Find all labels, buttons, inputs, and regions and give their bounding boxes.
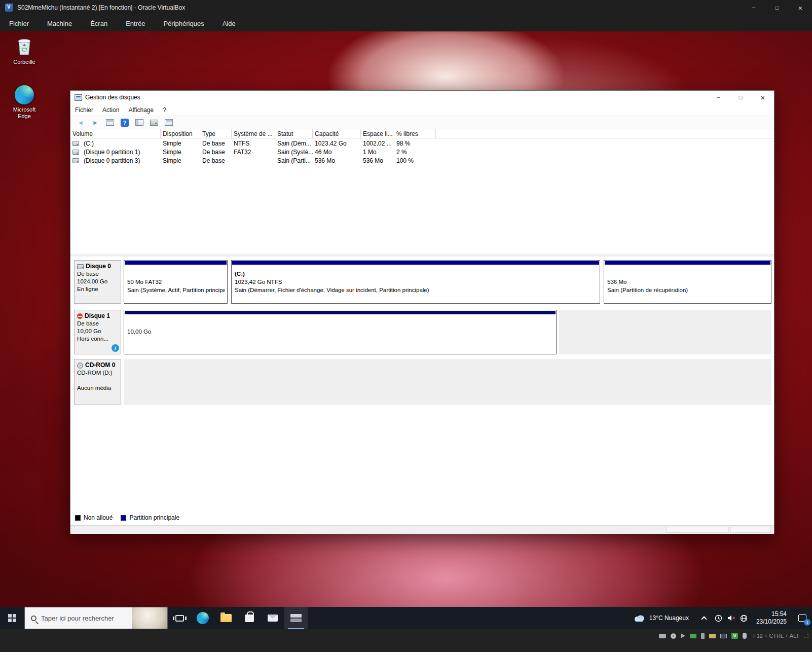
- primary-partition-stripe: [232, 261, 599, 265]
- show-console-tree-button[interactable]: [106, 119, 114, 126]
- partition-status-label: Sain (Système, Actif, Partition principa: [127, 287, 225, 293]
- help-button[interactable]: [121, 119, 129, 127]
- usb-status-icon[interactable]: [701, 633, 705, 639]
- disk1-kind: De base: [77, 320, 118, 328]
- tray-date: 23/10/2025: [756, 618, 787, 626]
- disk-management-window: Gestion des disques Fichier Action Affic…: [70, 90, 774, 533]
- taskbar-mail-button[interactable]: [261, 607, 284, 629]
- legend-swatch-unallocated: [75, 515, 81, 521]
- taskbar-edge-button[interactable]: [191, 607, 214, 629]
- cloud-icon: [633, 614, 645, 622]
- task-view-button[interactable]: [168, 607, 191, 629]
- dm-menu-aide[interactable]: ?: [158, 104, 171, 116]
- taskbar-apps: [168, 607, 308, 629]
- disk1-name: Disque 1: [85, 312, 110, 320]
- taskbar-explorer-button[interactable]: [214, 607, 238, 629]
- cdrom-row: CD-ROM 0 CD-ROM (D:) Aucun média: [74, 358, 771, 406]
- column-header-statut[interactable]: Statut: [275, 129, 313, 138]
- vbox-menu-ecran[interactable]: Écran: [81, 15, 117, 31]
- vbox-minimize-button[interactable]: [742, 0, 765, 15]
- clock-widget[interactable]: 15:54 23/10/2025: [750, 610, 793, 626]
- vbox-menu-machine[interactable]: Machine: [38, 15, 81, 31]
- dm-menu-action[interactable]: Action: [98, 104, 124, 116]
- vbox-menubar: Fichier Machine Écran Entrée Périphériqu…: [0, 15, 812, 31]
- dm-menu-affichage[interactable]: Affichage: [124, 104, 158, 116]
- disk0-size: 1024,00 Go: [77, 278, 118, 285]
- disk1-state: Hors conn...: [77, 335, 118, 343]
- toolbar-disk-action-button-1[interactable]: [150, 120, 158, 126]
- network-icon[interactable]: [737, 614, 750, 622]
- dm-maximize-button[interactable]: [729, 91, 752, 104]
- disk1-header[interactable]: Disque 1 De base 10,00 Go Hors conn...: [74, 310, 121, 354]
- audio-status-icon[interactable]: [681, 633, 685, 638]
- weather-widget[interactable]: 13°C Nuageux: [626, 614, 696, 622]
- dm-close-button[interactable]: [752, 91, 774, 104]
- volume-muted-icon[interactable]: [725, 614, 737, 622]
- taskbar-store-button[interactable]: [238, 607, 261, 629]
- disk0-kind: De base: [77, 270, 118, 278]
- search-highlight-image[interactable]: [132, 607, 167, 629]
- column-header-volume[interactable]: Volume: [70, 129, 161, 138]
- volume-icon: [72, 158, 79, 163]
- statusbar-cell: [730, 527, 771, 533]
- taskbar-search[interactable]: Taper ici pour rechercher: [24, 607, 168, 629]
- dm-menu-fichier[interactable]: Fichier: [70, 104, 98, 116]
- vbox-close-button[interactable]: [789, 0, 812, 15]
- optical-status-icon[interactable]: [671, 633, 676, 639]
- back-button[interactable]: [76, 118, 86, 127]
- features-status-icon[interactable]: [731, 633, 738, 639]
- action-center-button[interactable]: 1: [793, 607, 812, 629]
- dm-minimize-button[interactable]: [707, 91, 729, 104]
- column-header-disposition[interactable]: Disposition: [161, 129, 200, 138]
- resize-grip[interactable]: [804, 633, 809, 638]
- desktop-icon-edge[interactable]: Microsoft Edge: [6, 85, 43, 120]
- system-tray: 13°C Nuageux 15:54 23/10/2025 1: [626, 607, 812, 629]
- primary-partition-stripe: [605, 261, 770, 265]
- partition-stripe: [125, 311, 556, 314]
- column-header-pct-libres[interactable]: % libres: [394, 129, 436, 138]
- tray-clock-icon[interactable]: [712, 614, 725, 622]
- disk-management-app-icon: [75, 94, 82, 101]
- partition-recovery[interactable]: 536 Mo Sain (Partition de récupération): [604, 260, 771, 304]
- mail-icon: [268, 614, 278, 622]
- partition-size-label: 50 Mo FAT32: [127, 279, 225, 285]
- partition-c[interactable]: (C:) 1023,42 Go NTFS Sain (Démarrer, Fic…: [231, 260, 600, 304]
- table-row[interactable]: (C:) Simple De base NTFS Sain (Dém... 10…: [70, 139, 774, 148]
- network-status-icon[interactable]: [690, 634, 696, 638]
- display-status-icon[interactable]: [720, 634, 727, 638]
- vbox-maximize-button[interactable]: [765, 0, 789, 15]
- hdd-status-icon[interactable]: [659, 634, 666, 638]
- forward-button[interactable]: [90, 118, 100, 127]
- windows-taskbar: Taper ici pour rechercher 13°C Nuageux: [0, 607, 812, 629]
- tray-overflow-chevron[interactable]: [701, 616, 707, 622]
- column-header-espace-libre[interactable]: Espace li...: [361, 129, 394, 138]
- taskbar-disk-management-button[interactable]: [284, 607, 308, 629]
- volume-name: (Disque 0 partition 3): [82, 157, 142, 164]
- info-icon[interactable]: [112, 344, 119, 352]
- desktop-icon-corbeille[interactable]: Corbeille: [6, 35, 43, 65]
- shared-folders-status-icon[interactable]: [709, 634, 716, 638]
- column-header-capacite[interactable]: Capacité: [313, 129, 361, 138]
- show-panes-button[interactable]: [135, 119, 143, 126]
- search-icon: [31, 615, 36, 621]
- disk1-volume[interactable]: 10,00 Go: [124, 310, 557, 354]
- cdrom-header[interactable]: CD-ROM 0 CD-ROM (D:) Aucun média: [74, 359, 121, 405]
- mouse-status-icon[interactable]: [743, 633, 747, 639]
- partition-system-fat32[interactable]: 50 Mo FAT32 Sain (Système, Actif, Partit…: [124, 260, 228, 304]
- disk-management-icon: [290, 614, 302, 622]
- table-row[interactable]: (Disque 0 partition 1) Simple De base FA…: [70, 148, 774, 156]
- table-row[interactable]: (Disque 0 partition 3) Simple De base Sa…: [70, 156, 774, 165]
- column-header-filesystem[interactable]: Système de ...: [232, 129, 275, 138]
- volume-list: Volume Disposition Type Système de ... S…: [70, 129, 774, 254]
- disk0-header[interactable]: Disque 0 De base 1024,00 Go En ligne: [74, 260, 121, 304]
- toolbar-disk-action-button-2[interactable]: [165, 119, 173, 126]
- column-header-type[interactable]: Type: [200, 129, 232, 138]
- vbox-menu-entree[interactable]: Entrée: [117, 15, 154, 31]
- cdrom-name: CD-ROM 0: [85, 361, 115, 369]
- vbox-window-title: S02MmeMichu (Instantané 2) [En fonction]…: [17, 4, 185, 11]
- vbox-menu-aide[interactable]: Aide: [213, 15, 245, 31]
- dm-titlebar[interactable]: Gestion des disques: [70, 91, 774, 104]
- vbox-menu-peripheriques[interactable]: Périphériques: [154, 15, 213, 31]
- start-button[interactable]: [0, 607, 24, 629]
- vbox-menu-fichier[interactable]: Fichier: [0, 15, 38, 31]
